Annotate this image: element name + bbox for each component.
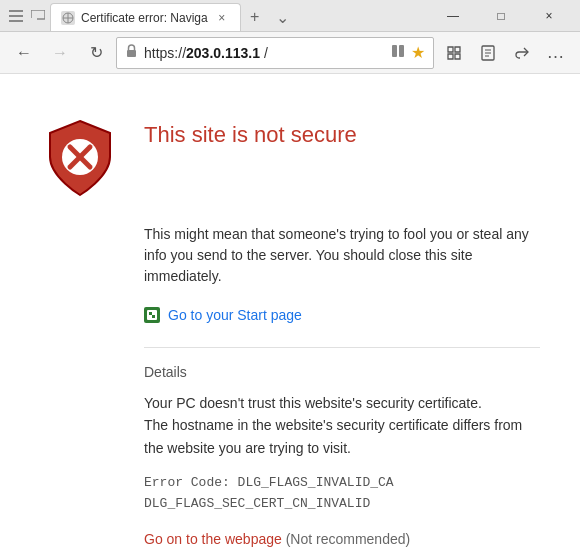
refresh-button[interactable]: ↻ [80, 37, 112, 69]
address-prefix: https:// [144, 45, 186, 61]
title-bar-left [8, 8, 46, 24]
page-content: This site is not secure This might mean … [0, 74, 580, 554]
navigation-bar: ← → ↻ https://203.0.113.1 / ★ [0, 32, 580, 74]
minimize-button[interactable]: — [430, 0, 476, 32]
go-on-link-container[interactable]: Go on to the webpage (Not recommended) [144, 531, 540, 547]
tab-options-button[interactable]: ⌄ [269, 3, 297, 31]
tab-favicon [61, 11, 75, 25]
error-code-line1: Error Code: DLG_FLAGS_INVALID_CA [144, 475, 394, 490]
svg-rect-0 [9, 10, 23, 12]
tab-strip: Certificate error: Naviga × + ⌄ [50, 0, 430, 31]
shield-icon-container [40, 114, 120, 204]
address-text: https://203.0.113.1 / [144, 45, 385, 61]
not-recommended-text: (Not recommended) [282, 531, 410, 547]
details-section: Details Your PC doesn't trust this websi… [144, 347, 540, 547]
active-tab[interactable]: Certificate error: Naviga × [50, 3, 241, 31]
svg-rect-20 [152, 315, 155, 318]
more-button[interactable]: … [540, 37, 572, 69]
tab-title: Certificate error: Naviga [81, 11, 208, 25]
window-icon [8, 8, 24, 24]
notes-button[interactable] [472, 37, 504, 69]
error-header: This site is not secure [40, 114, 540, 204]
favorites-icon[interactable]: ★ [411, 43, 425, 62]
details-text-1: Your PC doesn't trust this website's sec… [144, 395, 482, 411]
error-title: This site is not secure [144, 122, 357, 148]
start-page-icon [144, 307, 160, 323]
hub-button[interactable] [438, 37, 470, 69]
tab-close-button[interactable]: × [214, 10, 230, 26]
error-code-line2: DLG_FLAGS_SEC_CERT_CN_INVALID [144, 496, 370, 511]
go-on-link[interactable]: Go on to the webpage [144, 531, 282, 547]
details-text-2: The hostname in the website's security c… [144, 417, 522, 455]
svg-rect-1 [9, 15, 23, 17]
close-button[interactable]: × [526, 0, 572, 32]
svg-rect-10 [399, 45, 404, 57]
error-body: This might mean that someone's trying to… [144, 224, 540, 547]
title-bar: Certificate error: Naviga × + ⌄ — □ × [0, 0, 580, 32]
address-icons: ★ [391, 43, 425, 62]
start-page-link-text[interactable]: Go to your Start page [168, 307, 302, 323]
error-title-container: This site is not secure [144, 114, 357, 160]
svg-rect-8 [127, 50, 136, 57]
error-description: This might mean that someone's trying to… [144, 224, 540, 287]
error-code-block: Error Code: DLG_FLAGS_INVALID_CA DLG_FLA… [144, 473, 540, 515]
start-page-link[interactable]: Go to your Start page [144, 307, 540, 323]
forward-button[interactable]: → [44, 37, 76, 69]
new-tab-button[interactable]: + [241, 3, 269, 31]
svg-rect-9 [392, 45, 397, 57]
svg-rect-19 [149, 312, 152, 315]
back-page-icon [30, 8, 46, 24]
nav-right-buttons: … [438, 37, 572, 69]
details-text: Your PC doesn't trust this website's sec… [144, 392, 540, 459]
lock-icon [125, 44, 138, 61]
window-controls: — □ × [430, 0, 572, 32]
maximize-button[interactable]: □ [478, 0, 524, 32]
address-domain: 203.0.113.1 [186, 45, 260, 61]
shield-icon [45, 119, 115, 199]
svg-rect-4 [31, 18, 37, 22]
back-button[interactable]: ← [8, 37, 40, 69]
svg-rect-3 [31, 10, 45, 19]
address-suffix: / [260, 45, 268, 61]
reader-mode-icon[interactable] [391, 44, 405, 61]
share-button[interactable] [506, 37, 538, 69]
svg-rect-2 [9, 20, 23, 22]
address-bar[interactable]: https://203.0.113.1 / ★ [116, 37, 434, 69]
details-heading: Details [144, 364, 540, 380]
